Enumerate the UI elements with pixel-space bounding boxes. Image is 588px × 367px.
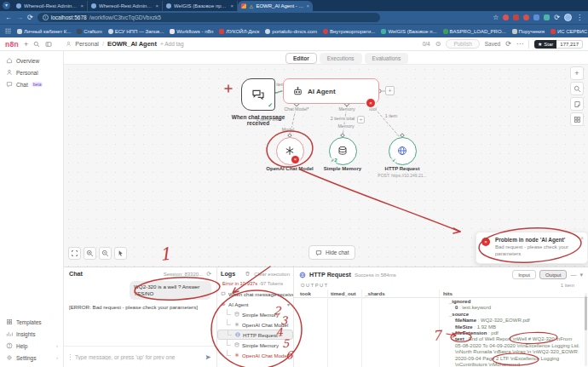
clear-execution-button[interactable]: Clear execution — [254, 272, 290, 277]
column-took[interactable]: took — [300, 290, 311, 296]
tab-close-icon[interactable]: × — [80, 3, 84, 9]
sidebar-item-chat[interactable]: Chat beta — [0, 78, 63, 90]
sticky-note-button[interactable] — [570, 97, 584, 111]
more-icon[interactable]: ⋯ — [516, 40, 523, 48]
browser-menu-icon[interactable]: ⋮ — [576, 14, 583, 21]
workflow-title[interactable]: EOWR_AI Agent — [107, 40, 157, 48]
column-timed-out[interactable]: timed_out — [331, 290, 356, 296]
log-row-trigger[interactable]: When chat message received — [217, 289, 293, 299]
log-row-openai-2-error[interactable]: OpenAI Chat Model — [217, 350, 293, 360]
sidebar-item-insights[interactable]: Insights — [0, 328, 64, 340]
bookmark-item[interactable]: Внутрикорпорати... — [323, 29, 375, 34]
add-node-endpoint[interactable]: + — [385, 86, 395, 95]
search-icon[interactable] — [33, 41, 40, 48]
drag-handle[interactable] — [69, 353, 72, 361]
column-shards[interactable]: _shards — [365, 290, 385, 296]
json-key[interactable]: _source — [449, 312, 469, 317]
browser-tab-active[interactable]: ⚠ EOWR_AI Agent - n8n × — [238, 1, 313, 11]
browser-tab-2[interactable]: Whereoil-Rest Administration × — [88, 1, 163, 11]
tab-close-icon[interactable]: × — [155, 3, 159, 9]
extension-icon-3[interactable] — [523, 14, 529, 20]
fit-view-button[interactable] — [68, 247, 81, 260]
add-tag-button[interactable]: + Add tag — [160, 41, 184, 47]
add-node-button[interactable]: + — [570, 66, 584, 80]
bookmark-item[interactable]: portalufo-dmcs.com — [265, 29, 317, 34]
sidebar-item-personal[interactable]: Personal — [0, 66, 63, 78]
send-icon[interactable] — [205, 353, 212, 361]
bookmark-item[interactable]: BASPRO_LOAD_PRO... — [443, 29, 506, 34]
hide-chat-button[interactable]: Hide chat — [308, 245, 355, 260]
extension-icon-4[interactable] — [544, 14, 550, 20]
breadcrumb-project[interactable]: Personal — [75, 41, 99, 47]
address-bar[interactable]: i localhost:5678/workflow/C3tvcTqGDVbxzk… — [37, 13, 380, 22]
chevron-down-icon[interactable]: ▾ — [287, 301, 290, 307]
workflow-canvas[interactable]: 1 item Chat Model* Memory Tool 2 items t… — [64, 65, 588, 267]
log-row-agent[interactable]: AI Agent ▾ — [217, 299, 293, 309]
agent-error-badge[interactable]: × — [366, 99, 375, 107]
sidebar-item-help[interactable]: Help › — [0, 340, 64, 352]
progress-circle-icon[interactable]: ⊙ — [435, 40, 441, 48]
zoom-out-button[interactable] — [99, 247, 112, 260]
trash-icon[interactable] — [245, 271, 251, 277]
tab-evaluations[interactable]: Evaluations — [365, 53, 409, 64]
node-openai-chat-model[interactable] — [276, 137, 304, 165]
tab-search-icon[interactable]: ▾ — [3, 2, 10, 9]
add-memory-endpoint[interactable]: + — [357, 116, 365, 123]
translate-icon[interactable] — [533, 14, 539, 20]
forward-icon[interactable]: → — [16, 14, 23, 21]
browser-tab-3[interactable]: WelGIS (Базовое приложени × — [163, 1, 238, 11]
layout-button[interactable] — [570, 112, 584, 126]
tab-close-icon[interactable]: × — [306, 3, 309, 9]
sidebar-item-overview[interactable]: Overview — [0, 54, 63, 66]
log-row-memory-1[interactable]: Simple Memory — [217, 309, 293, 319]
session-label[interactable]: Session: 83320... — [164, 272, 203, 277]
bookmark-star-icon[interactable]: ☆ — [493, 14, 499, 21]
canvas-search-button[interactable] — [570, 82, 584, 95]
panel-toggle-icon[interactable] — [45, 41, 52, 48]
bookmark-item[interactable]: ЕСУ НПП — Запов... — [108, 29, 164, 34]
bookmark-item[interactable]: ИС СЕРВИС 2.0 По... — [551, 29, 588, 34]
chat-message-input[interactable] — [75, 354, 201, 360]
history-icon[interactable]: ⟳ — [505, 40, 511, 48]
scrollbar-thumb[interactable] — [585, 296, 587, 330]
publish-button[interactable]: Publish — [446, 39, 479, 49]
node-ai-agent[interactable]: AI Agent — [283, 78, 379, 104]
github-star-widget[interactable]: ★Star 177,217 — [534, 40, 583, 49]
bookmark-item[interactable]: Workflows - n8n — [170, 29, 213, 34]
tab-executions[interactable]: Executions — [320, 53, 362, 64]
bookmark-item[interactable]: ЛУКОЙЛ-Диск — [219, 29, 259, 34]
browser-tab-1[interactable]: Whereoil-Rest Administration × — [13, 1, 88, 11]
node-chat-trigger[interactable]: ✓ — [241, 78, 275, 111]
pointer-mode-button[interactable] — [114, 247, 127, 260]
log-row-openai-1[interactable]: OpenAI Chat Model — [217, 319, 293, 330]
openai-error-badge[interactable]: × — [291, 156, 299, 163]
json-key[interactable]: _ignored — [449, 299, 470, 304]
output-tab-button[interactable]: Output — [539, 270, 568, 279]
n8n-logo[interactable]: n8n — [5, 40, 19, 49]
reload-icon[interactable]: ⟳ — [27, 14, 33, 21]
sync-icon[interactable]: ⟳ — [554, 14, 560, 21]
site-info-icon[interactable]: i — [43, 14, 49, 20]
profile-avatar[interactable] — [564, 14, 572, 21]
input-tab-button[interactable]: Input — [512, 270, 536, 279]
extension-icon-1[interactable] — [503, 14, 509, 20]
bookmark-item[interactable]: WelGIS (Базовое п... — [381, 29, 436, 34]
toast-close-icon[interactable]: × — [580, 235, 584, 241]
tab-editor[interactable]: Editor — [285, 53, 317, 64]
bookmark-item[interactable]: Личный кабинет К... — [17, 29, 71, 34]
sidebar-item-templates[interactable]: Templates — [0, 316, 64, 328]
column-hits[interactable]: hits — [443, 290, 453, 296]
extension-icon-2[interactable] — [513, 14, 519, 20]
sidebar-item-settings[interactable]: Settings › — [0, 352, 64, 364]
session-refresh-icon[interactable]: ⟳ — [206, 271, 211, 278]
chevron-down-icon[interactable]: ▾ — [579, 272, 583, 278]
scrollbar[interactable] — [585, 293, 587, 366]
log-row-http-selected[interactable]: HTTP Request — [217, 330, 293, 340]
collapse-icon[interactable]: — — [570, 272, 576, 278]
back-icon[interactable]: ← — [5, 14, 12, 21]
tab-close-icon[interactable]: × — [230, 3, 233, 9]
bookmark-item[interactable]: Craftum — [77, 29, 101, 34]
new-workflow-icon[interactable]: + — [24, 40, 28, 49]
apps-grid-icon[interactable] — [5, 28, 11, 34]
bookmark-item[interactable]: Поручения — [512, 29, 545, 34]
